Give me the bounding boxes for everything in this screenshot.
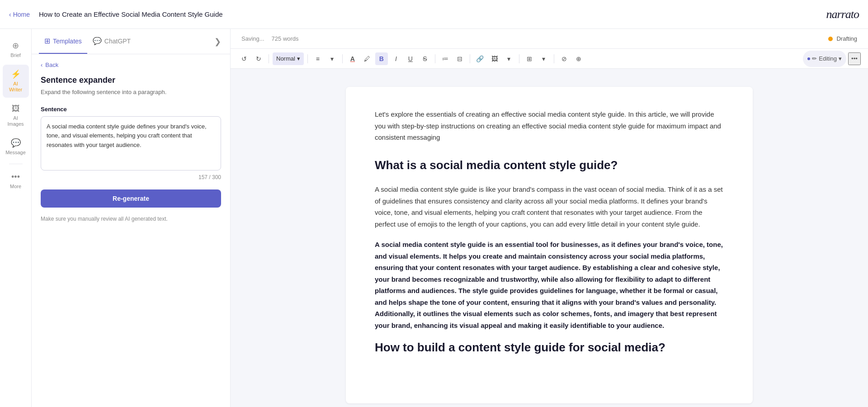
char-count: 157 / 300 xyxy=(41,174,221,180)
special-char-button[interactable]: ⊕ xyxy=(572,52,585,65)
image-button[interactable]: 🖼 xyxy=(488,52,501,65)
editor-scroll[interactable]: Let's explore the essentials of creating… xyxy=(231,69,868,407)
sidebar-label-ai-writer: AI Writer xyxy=(6,81,25,93)
sidebar-item-brief[interactable]: ⊕ Brief xyxy=(3,36,29,63)
sentence-input[interactable]: A social media content style guide defin… xyxy=(41,116,221,170)
undo-button[interactable]: ↺ xyxy=(238,52,250,65)
ai-images-icon: 🖼 xyxy=(12,104,20,114)
chevron-left-icon: ‹ xyxy=(9,11,11,18)
sidebar-item-ai-writer[interactable]: ⚡ AI Writer xyxy=(3,65,29,97)
table-dropdown-button[interactable]: ▾ xyxy=(538,52,550,65)
app-logo: narrato xyxy=(826,8,859,21)
sidebar-label-ai-images: AI Images xyxy=(6,115,25,127)
home-link[interactable]: ‹ Home xyxy=(9,11,30,18)
status-right: Drafting xyxy=(828,35,857,42)
toolbar-divider-1 xyxy=(269,54,269,63)
panel-tabs: ⊞ Templates 💬 ChatGPT ❯ xyxy=(32,29,230,54)
tab-templates-label: Templates xyxy=(53,38,82,45)
toolbar-divider-2 xyxy=(307,54,308,63)
templates-icon: ⊞ xyxy=(44,37,50,45)
link-button[interactable]: 🔗 xyxy=(474,52,486,65)
editor-intro: Let's explore the essentials of creating… xyxy=(375,109,724,143)
editor-paragraph-2: A social media content style guide is an… xyxy=(375,239,724,331)
disclaimer-text: Make sure you manually review all AI gen… xyxy=(41,215,221,223)
sidebar-label-brief: Brief xyxy=(10,52,21,58)
strikethrough-button[interactable]: S xyxy=(419,52,431,65)
saving-indicator: Saving... xyxy=(241,35,264,42)
chatgpt-icon: 💬 xyxy=(93,37,102,45)
panel-collapse-button[interactable]: ❯ xyxy=(212,35,223,48)
more-icon: ••• xyxy=(11,172,20,182)
edit-icon: ✏ xyxy=(812,52,817,65)
tab-chatgpt-label: ChatGPT xyxy=(104,38,131,45)
editor-document: Let's explore the essentials of creating… xyxy=(346,87,753,403)
editor-heading-1: What is a social media content style gui… xyxy=(375,158,724,173)
image-dropdown-button[interactable]: ▾ xyxy=(503,52,515,65)
home-label: Home xyxy=(13,11,30,18)
word-count: 725 words xyxy=(272,35,299,42)
editor-paragraph-1: A social media content style guide is li… xyxy=(375,184,724,230)
toolbar-divider-3 xyxy=(342,54,343,63)
editing-mode-button[interactable]: ✏ Editing ▾ xyxy=(803,51,846,67)
editor-status-bar: Saving... 725 words Drafting xyxy=(231,29,868,49)
highlight-button[interactable]: 🖊 xyxy=(361,52,373,65)
sidebar-item-more[interactable]: ••• More xyxy=(3,168,29,194)
side-panel: ⊞ Templates 💬 ChatGPT ❯ ‹ Back Sentence … xyxy=(32,29,231,407)
bold-button[interactable]: B xyxy=(375,52,388,65)
status-label: Drafting xyxy=(836,35,857,42)
back-label: Back xyxy=(45,62,58,68)
toolbar-divider-6 xyxy=(519,54,519,63)
align-dropdown-button[interactable]: ▾ xyxy=(326,52,339,65)
sentence-label: Sentence xyxy=(41,106,221,113)
clear-format-button[interactable]: ⊘ xyxy=(558,52,571,65)
brief-icon: ⊕ xyxy=(12,41,19,51)
sidebar-label-more: More xyxy=(10,184,21,189)
tab-templates[interactable]: ⊞ Templates xyxy=(39,29,87,54)
back-arrow-icon: ‹ xyxy=(41,62,42,68)
sidebar-divider xyxy=(9,164,23,164)
main-layout: ⊕ Brief ⚡ AI Writer 🖼 AI Images 💬 Messag… xyxy=(0,29,868,407)
table-button[interactable]: ⊞ xyxy=(523,52,536,65)
text-style-dropdown[interactable]: Normal ▾ xyxy=(273,52,304,65)
sidebar-label-message: Message xyxy=(5,150,26,156)
ordered-list-button[interactable]: ⊟ xyxy=(453,52,466,65)
toolbar-divider-5 xyxy=(470,54,470,63)
panel-content: ‹ Back Sentence expander Expand the foll… xyxy=(32,54,230,407)
redo-button[interactable]: ↻ xyxy=(252,52,265,65)
editing-label: Editing xyxy=(819,55,837,62)
dropdown-chevron-icon: ▾ xyxy=(297,55,300,62)
sidebar-item-ai-images[interactable]: 🖼 AI Images xyxy=(3,99,29,132)
panel-section-title: Sentence expander xyxy=(41,76,221,85)
message-icon: 💬 xyxy=(11,138,21,148)
toolbar-more-button[interactable]: ••• xyxy=(848,52,861,65)
panel-section-desc: Expand the following sentence into a par… xyxy=(41,88,221,97)
editor-area: Saving... 725 words Drafting ↺ ↻ Normal … xyxy=(231,29,868,407)
regenerate-button[interactable]: Re-generate xyxy=(41,189,221,208)
page-title: How to Create an Effective Social Media … xyxy=(39,10,826,18)
align-button[interactable]: ≡ xyxy=(311,52,324,65)
editing-dropdown-icon: ▾ xyxy=(839,55,842,62)
toolbar-divider-7 xyxy=(554,54,554,63)
back-button[interactable]: ‹ Back xyxy=(41,62,221,68)
underline-button[interactable]: U xyxy=(404,52,417,65)
editing-dot xyxy=(807,57,810,60)
toolbar-divider-4 xyxy=(435,54,435,63)
status-dot xyxy=(828,37,833,41)
ai-writer-icon: ⚡ xyxy=(11,69,21,79)
sidebar-item-message[interactable]: 💬 Message xyxy=(3,133,29,160)
text-style-label: Normal xyxy=(276,55,295,62)
text-color-button[interactable]: A xyxy=(346,52,359,65)
tab-chatgpt[interactable]: 💬 ChatGPT xyxy=(87,29,136,54)
editor-heading-2: How to build a content style guide for s… xyxy=(375,340,724,355)
bullet-list-button[interactable]: ≔ xyxy=(439,52,452,65)
italic-button[interactable]: I xyxy=(390,52,402,65)
left-sidebar: ⊕ Brief ⚡ AI Writer 🖼 AI Images 💬 Messag… xyxy=(0,29,32,407)
topbar: ‹ Home How to Create an Effective Social… xyxy=(0,0,868,29)
editor-toolbar: ↺ ↻ Normal ▾ ≡ ▾ A 🖊 B I U S ≔ ⊟ 🔗 🖼 ▾ xyxy=(231,49,868,69)
